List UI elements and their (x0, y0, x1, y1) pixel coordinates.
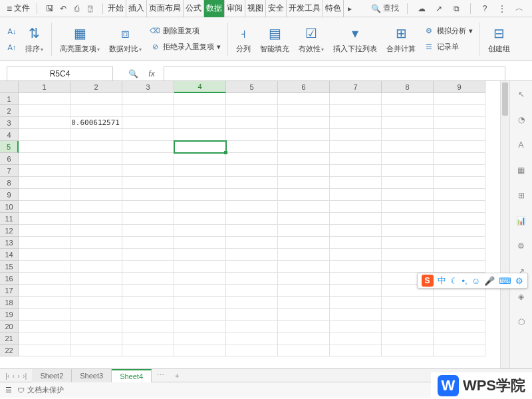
cell[interactable] (122, 165, 174, 177)
zoom-fx-icon[interactable]: 🔍 (126, 67, 140, 80)
cell[interactable] (70, 321, 122, 332)
cell[interactable] (278, 249, 330, 261)
tab-view[interactable]: 视图 (245, 0, 266, 17)
cell[interactable] (330, 225, 382, 237)
cell[interactable] (434, 249, 485, 261)
cell[interactable] (382, 344, 434, 356)
cell[interactable] (226, 213, 278, 225)
ime-moon-icon[interactable]: ☾ (450, 276, 458, 286)
merge-calc-button[interactable]: ⊞ 合并计算 (382, 24, 420, 54)
cell[interactable] (434, 93, 485, 105)
col-header[interactable]: 7 (330, 81, 382, 93)
cell[interactable] (122, 177, 174, 189)
cell[interactable] (19, 225, 70, 237)
cell[interactable] (382, 177, 434, 189)
cell[interactable] (278, 213, 330, 225)
cell[interactable] (434, 129, 485, 141)
cell[interactable] (19, 93, 70, 105)
chart-icon[interactable]: 📊 (515, 214, 528, 227)
cell[interactable] (434, 189, 485, 201)
row-header[interactable]: 15 (0, 261, 19, 273)
cell[interactable] (70, 344, 122, 356)
more-icon[interactable]: ⋮ (496, 3, 508, 15)
cell[interactable] (122, 129, 174, 141)
cell[interactable] (174, 225, 226, 237)
collapse-ribbon-icon[interactable]: ︿ (513, 3, 525, 15)
cell[interactable] (122, 261, 174, 273)
doc-protect[interactable]: 🛡 文档未保护 (17, 385, 64, 395)
cell[interactable] (19, 321, 70, 332)
cell[interactable] (122, 93, 174, 105)
add-sheet-button[interactable]: + (170, 372, 184, 380)
cell[interactable] (19, 153, 70, 165)
tab-special[interactable]: 特色 (323, 0, 344, 17)
cell[interactable] (226, 273, 278, 285)
row-header[interactable]: 14 (0, 249, 19, 261)
row-header[interactable]: 2 (0, 105, 19, 117)
cell[interactable] (278, 201, 330, 213)
row-header[interactable]: 11 (0, 213, 19, 225)
cell[interactable] (19, 189, 70, 201)
smart-fill-button[interactable]: ▤ 智能填充 (256, 24, 293, 54)
cell[interactable] (382, 237, 434, 249)
col-header[interactable]: 2 (70, 81, 122, 93)
file-menu[interactable]: ≡ 文件 (3, 3, 34, 14)
cell[interactable] (19, 261, 70, 273)
cell[interactable] (226, 285, 278, 297)
cell[interactable] (19, 201, 70, 213)
formula-input[interactable] (164, 66, 505, 81)
tab-start[interactable]: 开始 (106, 0, 126, 17)
cell[interactable] (70, 273, 122, 285)
cell[interactable] (278, 273, 330, 285)
cell[interactable] (19, 141, 70, 153)
row-header[interactable]: 6 (0, 153, 19, 165)
cell[interactable] (70, 261, 122, 273)
sheet-nav-last[interactable]: ›| (23, 372, 27, 380)
cell[interactable] (382, 153, 434, 165)
ime-lang[interactable]: 中 (438, 275, 446, 287)
highlight-dup-button[interactable]: ▦ 高亮重复项▾ (56, 24, 104, 54)
vertical-scrollbar[interactable] (500, 81, 509, 368)
row-header[interactable]: 12 (0, 225, 19, 237)
cell[interactable] (330, 153, 382, 165)
share-icon[interactable]: ↗ (433, 3, 445, 15)
cell[interactable] (434, 321, 485, 332)
cell[interactable] (19, 273, 70, 285)
cell[interactable] (174, 189, 226, 201)
cell[interactable] (434, 213, 485, 225)
cell[interactable] (330, 129, 382, 141)
row-header[interactable]: 5 (0, 141, 19, 153)
cell[interactable] (70, 93, 122, 105)
cell[interactable] (70, 249, 122, 261)
sheet-tabs-more[interactable]: ⋯ (152, 371, 170, 380)
cell[interactable] (70, 332, 122, 344)
cell[interactable] (330, 249, 382, 261)
ime-keyboard-icon[interactable]: ⌨ (499, 276, 511, 286)
cell[interactable] (70, 141, 122, 153)
row-header[interactable]: 13 (0, 237, 19, 249)
row-header[interactable]: 3 (0, 117, 19, 129)
cell[interactable] (434, 261, 485, 273)
ime-settings-icon[interactable]: ⚙ (515, 276, 523, 286)
cell[interactable] (226, 309, 278, 321)
cell[interactable] (434, 177, 485, 189)
cell[interactable] (122, 332, 174, 344)
cell[interactable] (122, 344, 174, 356)
cell[interactable] (330, 261, 382, 273)
cell[interactable] (434, 117, 485, 129)
cell[interactable] (226, 105, 278, 117)
table-icon[interactable]: ▦ (515, 164, 528, 177)
cell[interactable] (382, 165, 434, 177)
cell[interactable] (226, 297, 278, 309)
row-header[interactable]: 20 (0, 321, 19, 332)
save-icon[interactable]: 🖫 (44, 3, 56, 15)
cell[interactable] (226, 201, 278, 213)
cell[interactable] (174, 309, 226, 321)
cell[interactable] (330, 237, 382, 249)
col-header[interactable]: 8 (382, 81, 434, 93)
cell[interactable] (174, 165, 226, 177)
cell[interactable] (174, 321, 226, 332)
cell[interactable] (330, 141, 382, 153)
cell[interactable] (19, 237, 70, 249)
validity-button[interactable]: ☑ 有效性▾ (295, 24, 328, 54)
